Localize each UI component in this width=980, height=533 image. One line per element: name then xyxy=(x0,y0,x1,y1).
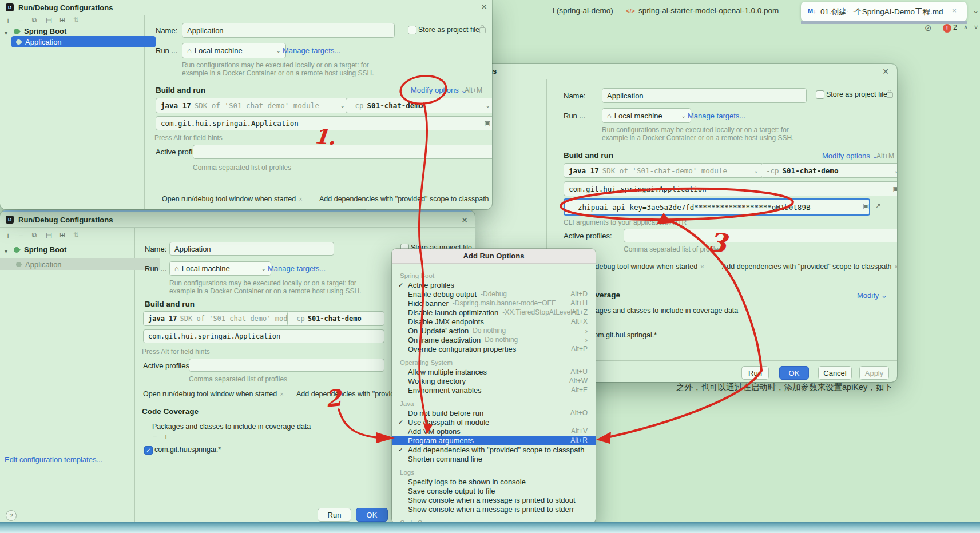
error-badge-icon[interactable]: ! xyxy=(943,24,951,33)
menu-item[interactable]: Show console when a message is printed t… xyxy=(392,495,596,504)
menu-item[interactable]: Operating System xyxy=(392,358,596,367)
coverage-modify-link[interactable]: Modify ⌄ xyxy=(857,291,887,300)
store-as-project-checkbox[interactable] xyxy=(408,26,416,34)
add-config-icon[interactable]: + xyxy=(6,231,10,240)
menu-item[interactable]: Disable JMX endpoints Alt+X xyxy=(392,317,596,326)
menu-item[interactable]: Working directory Alt+W xyxy=(392,376,596,385)
tab-pom[interactable]: spring-ai-starter-model-openai-1.0.0.pom xyxy=(638,6,779,15)
name-input[interactable]: Application xyxy=(602,88,807,103)
menu-item[interactable]: Java xyxy=(392,399,596,408)
main-class-input[interactable]: com.git.hui.springai.Application ▣ xyxy=(564,181,897,196)
active-profiles-input[interactable] xyxy=(624,229,897,242)
manage-targets-link[interactable]: Manage targets... xyxy=(688,112,745,120)
toggle-open-run-window[interactable]: Open run/debug tool window when started× xyxy=(162,195,303,203)
store-as-project-checkbox[interactable] xyxy=(816,90,824,99)
close-icon[interactable]: ✕ xyxy=(481,2,487,11)
menu-item[interactable]: On 'Update' action Do nothing › xyxy=(392,326,596,335)
menu-item[interactable]: ✓ Use classpath of module xyxy=(392,417,596,427)
manage-targets-link[interactable]: Manage targets... xyxy=(283,46,340,55)
remove-icon[interactable]: × xyxy=(700,263,704,270)
browse-icon[interactable]: ▣ xyxy=(481,120,490,127)
remove-icon[interactable]: × xyxy=(280,391,283,397)
menu-item[interactable]: Do not build before run Alt+O xyxy=(392,408,596,417)
menu-item[interactable]: Specify logs to be shown in console xyxy=(392,477,596,486)
manage-targets-link[interactable]: Manage targets... xyxy=(268,264,326,273)
tab-close-icon[interactable]: × xyxy=(952,6,957,15)
remove-config-icon[interactable]: − xyxy=(18,16,23,25)
inspections-off-icon[interactable]: ⊘ xyxy=(925,23,932,33)
jdk-select[interactable]: java 17 SDK of 'S01-chat-demo' module ⌄ xyxy=(564,163,764,178)
classpath-select[interactable]: -cp S01-chat-demo xyxy=(287,311,384,326)
run-button[interactable]: Run xyxy=(741,366,769,380)
menu-item[interactable]: Enable debug output -Ddebug Alt+D xyxy=(392,289,596,299)
tree-expand-icon[interactable]: ▾ xyxy=(5,248,7,254)
tree-expand-icon[interactable]: ▾ xyxy=(5,30,7,36)
remove-config-icon[interactable]: − xyxy=(18,231,23,240)
run-button[interactable]: Run xyxy=(318,508,351,522)
tree-item-application[interactable]: Application xyxy=(0,258,160,270)
active-profiles-input[interactable] xyxy=(189,359,384,372)
program-arguments-input[interactable]: --zhipuai-api-key=3ae5a2de7fd***********… xyxy=(564,198,870,216)
modify-options-link[interactable]: Modify options ⌄ xyxy=(411,86,467,94)
modify-options-link[interactable]: Modify options ⌄ xyxy=(822,152,878,160)
classpath-select[interactable]: -cp S01-chat-demo ⌄ xyxy=(346,98,492,113)
edit-templates-link[interactable]: Edit configuration templates... xyxy=(5,455,102,464)
toggle-provided-scope[interactable]: Add dependencies with "provided" scope t… xyxy=(319,195,492,203)
toggle-open-run-window[interactable]: Open run/debug tool window when started× xyxy=(143,390,284,398)
tree-item-spring-boot[interactable]: Spring Boot xyxy=(24,245,66,254)
target-select[interactable]: ⌂ Local machine ⌄ xyxy=(169,261,271,276)
name-input[interactable]: Application xyxy=(169,242,334,256)
add-pattern-icon[interactable]: + xyxy=(164,432,168,441)
help-icon[interactable]: ? xyxy=(6,510,17,521)
remove-icon[interactable]: × xyxy=(299,196,302,202)
ok-button[interactable]: OK xyxy=(356,508,388,522)
menu-item[interactable]: Save console output to file xyxy=(392,486,596,495)
add-config-icon[interactable]: + xyxy=(6,16,10,25)
expand-field-icon[interactable]: ↗ xyxy=(875,202,881,210)
menu-item[interactable]: Disable launch optimization -XX:TieredSt… xyxy=(392,308,596,317)
tab-markdown[interactable]: M↓ 01.创建一个SpringAI-Demo工程.md × xyxy=(801,2,967,21)
remove-icon[interactable]: × xyxy=(895,263,897,270)
menu-item[interactable]: Hide banner -Dspring.main.banner-mode=OF… xyxy=(392,299,596,308)
browse-icon[interactable]: ▣ xyxy=(863,202,869,210)
save-config-icon[interactable]: ▤ xyxy=(46,231,52,239)
tree-item-spring-boot[interactable]: Spring Boot xyxy=(24,27,66,35)
browse-icon[interactable]: ▣ xyxy=(890,185,897,193)
target-select[interactable]: ⌂ Local machine ⌄ xyxy=(602,108,691,123)
toggle-provided-scope[interactable]: Add dependencies with "provided" scope t… xyxy=(722,262,897,271)
tab-project[interactable]: l (spring-ai-demo) xyxy=(553,6,613,15)
menu-item[interactable]: Logs xyxy=(392,468,596,477)
menu-item[interactable]: ✓ Active profiles xyxy=(392,280,596,289)
jdk-select[interactable]: java 17 SDK of 'S01-chat-demo' module ⌄ xyxy=(156,98,350,113)
main-class-input[interactable]: com.git.hui.springai.Application ▣ xyxy=(156,116,492,130)
coverage-pattern-checkbox[interactable]: ✓ xyxy=(144,446,153,455)
menu-item[interactable]: Environment variables Alt+E xyxy=(392,385,596,395)
close-icon[interactable]: ✕ xyxy=(461,216,468,225)
remove-pattern-icon[interactable]: − xyxy=(152,432,157,441)
jdk-select[interactable]: java 17 SDK of 'S01-chat-demo' module ⌄ xyxy=(143,311,291,326)
menu-item[interactable]: Spring Boot xyxy=(392,271,596,280)
close-icon[interactable]: ✕ xyxy=(882,67,889,76)
tab-list-chevron-icon[interactable]: ⌄ xyxy=(973,6,979,15)
ok-button[interactable]: OK xyxy=(779,366,809,380)
prev-error-icon[interactable]: ∧ xyxy=(963,23,968,31)
target-select[interactable]: ⌂ Local machine ⌄ xyxy=(182,43,286,58)
new-folder-icon[interactable]: ⊞ xyxy=(59,16,65,24)
menu-item[interactable]: On frame deactivation Do nothing › xyxy=(392,335,596,344)
menu-item[interactable]: Override configuration properties Alt+P xyxy=(392,344,596,353)
menu-item[interactable]: Show console when a message is printed t… xyxy=(392,504,596,514)
tree-item-application[interactable]: Application xyxy=(11,36,156,47)
classpath-select[interactable]: -cp S01-chat-demo ⌄ xyxy=(761,163,897,178)
copy-config-icon[interactable]: ⧉ xyxy=(32,16,37,24)
menu-item[interactable]: ✓ Add dependencies with "provided" scope… xyxy=(392,445,596,454)
cancel-button[interactable]: Cancel xyxy=(818,366,852,380)
menu-item[interactable]: Program arguments Alt+R xyxy=(392,436,596,445)
menu-item[interactable]: Add VM options Alt+V xyxy=(392,427,596,436)
menu-item[interactable]: Shorten command line xyxy=(392,454,596,463)
copy-config-icon[interactable]: ⧉ xyxy=(32,231,37,239)
active-profiles-input[interactable] xyxy=(193,145,492,159)
next-error-icon[interactable]: ∨ xyxy=(974,23,978,31)
main-class-input[interactable]: com.git.hui.springai.Application xyxy=(143,329,384,343)
menu-item[interactable]: Allow multiple instances Alt+U xyxy=(392,367,596,376)
save-config-icon[interactable]: ▤ xyxy=(46,16,52,24)
